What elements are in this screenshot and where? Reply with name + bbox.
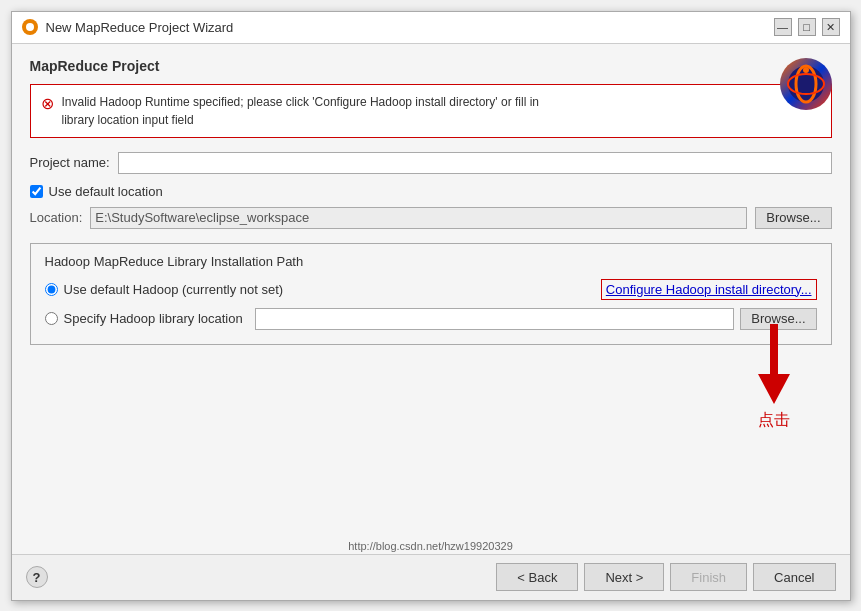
arrow-shaft [770,324,778,374]
window-title: New MapReduce Project Wizard [46,20,234,35]
maximize-button[interactable]: □ [798,18,816,36]
dialog-footer: ? < Back Next > Finish Cancel [12,554,850,600]
finish-button[interactable]: Finish [670,563,747,591]
group-title: Hadoop MapReduce Library Installation Pa… [45,254,817,269]
footer-left: ? [26,566,48,588]
error-icon: ⊗ [41,94,54,113]
minimize-button[interactable]: — [774,18,792,36]
arrow-head [758,374,790,404]
project-name-row: Project name: [30,152,832,174]
specify-hadoop-label: Specify Hadoop library location [64,311,243,326]
title-bar: New MapReduce Project Wizard — □ ✕ [12,12,850,44]
title-controls: — □ ✕ [774,18,840,36]
hadoop-library-input[interactable] [255,308,735,330]
location-label: Location: [30,210,83,225]
configure-hadoop-link[interactable]: Configure Hadoop install directory... [601,279,817,300]
watermark: http://blog.csdn.net/hzw19920329 [348,540,513,552]
close-button[interactable]: ✕ [822,18,840,36]
error-box: ⊗ Invalid Hadoop Runtime specified; plea… [30,84,832,138]
specify-hadoop-radio[interactable] [45,312,58,325]
use-default-location-row: Use default location [30,184,832,199]
location-input[interactable] [90,207,747,229]
library-group-box: Hadoop MapReduce Library Installation Pa… [30,243,832,345]
use-default-hadoop-label: Use default Hadoop (currently not set) [64,282,284,297]
section-title: MapReduce Project [30,58,832,74]
use-default-location-label: Use default location [49,184,163,199]
annotation-area: 点击 [758,324,790,431]
wizard-icon [22,19,38,35]
location-row: Location: Browse... [30,207,832,229]
location-browse-button[interactable]: Browse... [755,207,831,229]
error-message: Invalid Hadoop Runtime specified; please… [62,93,540,129]
cancel-button[interactable]: Cancel [753,563,835,591]
specify-hadoop-row: Specify Hadoop library location Browse..… [45,308,817,330]
error-text-line1: Invalid Hadoop Runtime specified; please… [62,95,540,109]
logo-area [780,58,832,110]
back-button[interactable]: < Back [496,563,578,591]
help-button[interactable]: ? [26,566,48,588]
use-default-location-checkbox[interactable] [30,185,43,198]
footer-right: < Back Next > Finish Cancel [496,563,835,591]
logo-icon [780,58,832,110]
svg-point-3 [803,67,809,73]
dialog-window: New MapReduce Project Wizard — □ ✕ MapRe… [11,11,851,601]
radio1-left: Use default Hadoop (currently not set) [45,282,284,297]
error-text-line2: library location input field [62,113,194,127]
project-name-input[interactable] [118,152,832,174]
project-name-label: Project name: [30,155,110,170]
use-default-hadoop-radio[interactable] [45,283,58,296]
dialog-body: MapReduce Project ⊗ Invalid Hadoop Runti… [12,44,850,554]
use-default-hadoop-row: Use default Hadoop (currently not set) C… [45,279,817,300]
next-button[interactable]: Next > [584,563,664,591]
title-bar-left: New MapReduce Project Wizard [22,19,234,35]
click-annotation: 点击 [758,410,790,431]
